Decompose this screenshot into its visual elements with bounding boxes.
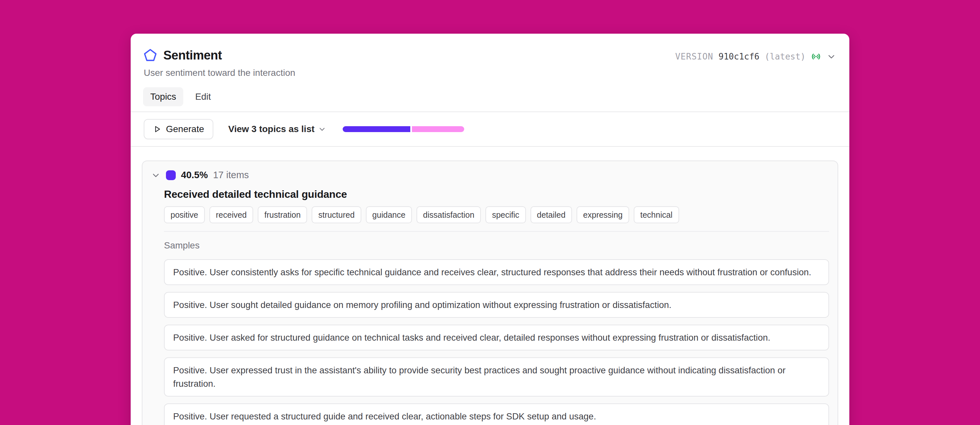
topic-color-swatch <box>166 170 176 180</box>
topic-card: 40.5% 17 items Received detailed technic… <box>142 161 838 425</box>
samples-label: Samples <box>164 240 829 251</box>
panel-header: Sentiment VERSION 910c1cf6 (latest) <box>130 34 850 106</box>
chevron-down-icon[interactable] <box>826 52 836 61</box>
view-topics-label: View 3 topics as list <box>228 124 315 134</box>
topic-percent: 40.5% <box>181 170 208 181</box>
topic-tag: expressing <box>577 206 629 223</box>
version-label: VERSION <box>675 52 713 61</box>
topics-list: 40.5% 17 items Received detailed technic… <box>130 147 850 425</box>
distribution-segment <box>343 126 410 132</box>
topic-tag: detailed <box>530 206 572 223</box>
pentagon-icon <box>143 48 158 62</box>
page-title: Sentiment <box>163 48 222 62</box>
toolbar: Generate View 3 topics as list <box>130 112 850 146</box>
topic-tag: specific <box>485 206 526 223</box>
topic-tag: technical <box>634 206 679 223</box>
sample-item: Positive. User requested a structured gu… <box>164 403 829 425</box>
topic-items-count: 17 items <box>213 170 249 181</box>
sample-item: Positive. User sought detailed guidance … <box>164 292 829 318</box>
page-subtitle: User sentiment toward the interaction <box>144 68 836 78</box>
chevron-down-icon <box>318 125 326 133</box>
version-value: 910c1cf6 <box>719 52 759 61</box>
generate-button[interactable]: Generate <box>144 119 213 139</box>
topic-header[interactable]: 40.5% 17 items <box>151 170 829 181</box>
version-latest-tag: (latest) <box>765 52 805 61</box>
topic-tag: positive <box>164 206 205 223</box>
topics-distribution-bar[interactable] <box>343 126 464 132</box>
sample-item: Positive. User asked for structured guid… <box>164 324 829 350</box>
tab-topics[interactable]: Topics <box>143 87 183 106</box>
topic-tags: positivereceivedfrustrationstructuredgui… <box>164 206 829 223</box>
distribution-segment <box>412 126 464 132</box>
view-topics-dropdown[interactable]: View 3 topics as list <box>228 124 326 134</box>
play-icon <box>153 125 161 133</box>
tab-bar: TopicsEdit <box>143 87 836 106</box>
samples-list: Positive. User consistently asks for spe… <box>164 259 829 425</box>
topic-tag: received <box>209 206 253 223</box>
topic-tag: structured <box>312 206 361 223</box>
tab-edit[interactable]: Edit <box>188 87 218 106</box>
chevron-down-icon[interactable] <box>151 170 161 180</box>
sample-item: Positive. User consistently asks for spe… <box>164 259 829 285</box>
version-selector[interactable]: VERSION 910c1cf6 (latest) <box>675 51 836 62</box>
sentiment-panel: Sentiment VERSION 910c1cf6 (latest) <box>130 34 850 425</box>
tags-divider <box>164 231 829 232</box>
topic-title: Received detailed technical guidance <box>164 188 829 200</box>
sample-item: Positive. User expressed trust in the as… <box>164 357 829 396</box>
topic-tag: guidance <box>366 206 412 223</box>
generate-button-label: Generate <box>166 124 204 134</box>
live-broadcast-icon <box>811 51 821 62</box>
topic-tag: frustration <box>258 206 307 223</box>
topic-tag: dissatisfaction <box>417 206 481 223</box>
